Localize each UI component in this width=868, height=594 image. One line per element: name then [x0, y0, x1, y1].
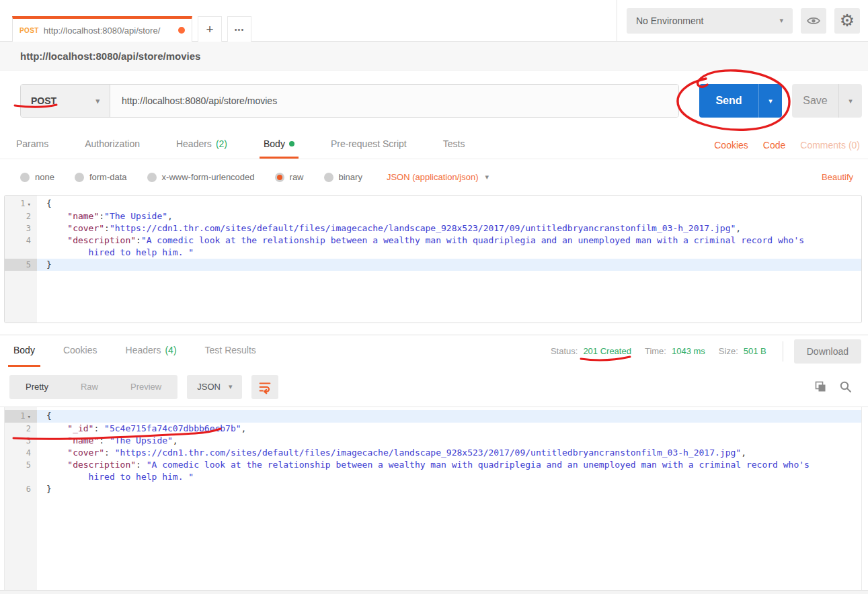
code-line: "name":"The Upside", [37, 210, 861, 222]
wrap-lines-button[interactable] [251, 375, 278, 399]
radio-icon [324, 173, 333, 182]
tab-options-button[interactable]: ••• [227, 16, 251, 42]
content-type-value: JSON (application/json) [387, 172, 479, 182]
code-line-row: 4 "cover": "https://cdn1.thr.com/sites/d… [5, 447, 861, 459]
request-tab-strip: POST http://localhost:8080/api/store/ + … [0, 0, 617, 41]
divider [783, 341, 783, 362]
radio-icon [75, 173, 84, 182]
tab-authorization[interactable]: Authorization [81, 131, 144, 159]
radio-selected-icon [275, 173, 284, 182]
response-toolbar-right [814, 380, 852, 393]
response-toolbar: Pretty Raw Preview JSON ▾ [0, 367, 868, 407]
status-value: 201 Created [583, 346, 631, 356]
radio-binary-label: binary [339, 172, 362, 182]
request-tab[interactable]: POST http://localhost:8080/api/store/ [12, 16, 192, 42]
content-type-select[interactable]: JSON (application/json) ▾ [387, 172, 489, 182]
search-button[interactable] [839, 380, 852, 393]
code-line: { [37, 198, 861, 210]
tab-headers[interactable]: Headers (2) [172, 131, 231, 159]
top-bar: POST http://localhost:8080/api/store/ + … [0, 0, 868, 42]
status-label: Status: [551, 346, 578, 356]
response-meta: Status: 201 Created Time: 1043 ms Size: … [551, 335, 861, 367]
response-tab-body[interactable]: Body [8, 335, 40, 367]
line-number: 2 [5, 423, 37, 435]
tab-headers-label: Headers [176, 138, 212, 149]
line-number: 4 [5, 235, 37, 259]
tab-params-label: Params [16, 138, 48, 149]
fold-caret-icon[interactable]: ▾ [28, 201, 31, 208]
tab-pre-request-script[interactable]: Pre-request Script [327, 131, 411, 159]
view-pretty-button[interactable]: Pretty [9, 382, 65, 392]
beautify-link[interactable]: Beautify [822, 172, 853, 182]
tab-tests[interactable]: Tests [439, 131, 469, 159]
request-tabs-row: Params Authorization Headers (2) Body Pr… [0, 131, 868, 159]
save-options-button[interactable]: ▾ [838, 84, 862, 118]
download-button[interactable]: Download [794, 339, 861, 364]
plus-icon: + [206, 22, 213, 37]
view-preview-button[interactable]: Preview [114, 382, 177, 392]
response-tab-headers[interactable]: Headers (4) [120, 335, 182, 367]
url-value: http://localhost:8080/api/store/movies [122, 95, 277, 106]
comments-link[interactable]: Comments (0) [800, 140, 860, 151]
tab-authorization-label: Authorization [85, 138, 140, 149]
radio-urlencoded[interactable]: x-www-form-urlencoded [147, 172, 255, 182]
headers-count-badge: (2) [216, 138, 227, 149]
tab-pre-request-label: Pre-request Script [331, 138, 407, 149]
response-tab-headers-label: Headers [126, 345, 161, 355]
code-line: "cover":"https://cdn1.thr.com/sites/defa… [37, 222, 861, 235]
request-tabs-links: Cookies Code Comments (0) [714, 131, 860, 159]
radio-form-data-label: form-data [89, 172, 127, 182]
line-number: 5 [5, 459, 37, 483]
save-button[interactable]: Save [792, 84, 838, 118]
cookies-link[interactable]: Cookies [714, 140, 748, 151]
environment-selected: No Environment [636, 15, 703, 26]
response-tab-cookies[interactable]: Cookies [58, 335, 103, 367]
ellipsis-icon: ••• [235, 26, 245, 34]
time-label: Time: [645, 346, 666, 356]
code-line-row: 3 "cover":"https://cdn1.thr.com/sites/de… [5, 222, 861, 235]
chevron-down-icon: ▾ [229, 383, 233, 390]
body-filled-dot-icon [289, 141, 294, 146]
line-number: 3 [5, 222, 37, 235]
save-split-button: Save ▾ [792, 84, 862, 118]
wrap-text-icon [258, 380, 272, 394]
fold-caret-icon[interactable]: ▾ [28, 413, 31, 420]
view-raw-button[interactable]: Raw [65, 382, 114, 392]
tab-params[interactable]: Params [12, 131, 52, 159]
response-view-switch: Pretty Raw Preview [9, 375, 177, 399]
response-format-select[interactable]: JSON ▾ [187, 375, 242, 399]
send-options-button[interactable]: ▾ [758, 84, 782, 118]
horizontal-scrollbar[interactable] [0, 590, 868, 594]
response-body-viewer[interactable]: 1▾{2 "_id": "5c4e715fa74c07dbbb6ecb7b",3… [4, 407, 862, 590]
url-input[interactable]: http://localhost:8080/api/store/movies [110, 85, 678, 117]
send-button[interactable]: Send [699, 84, 758, 118]
code-line-row: 3 "name": "The Upside", [5, 435, 861, 447]
code-line: "name": "The Upside", [37, 435, 861, 447]
method-select[interactable]: POST ▾ [21, 85, 110, 117]
tab-body[interactable]: Body [260, 131, 299, 159]
environment-select[interactable]: No Environment ▾ [627, 8, 793, 34]
radio-raw[interactable]: raw [275, 172, 304, 182]
new-tab-button[interactable]: + [198, 16, 222, 42]
settings-button[interactable]: ⚙ [834, 8, 860, 34]
radio-icon [20, 173, 30, 182]
request-body-editor[interactable]: 1▾{2 "name":"The Upside",3 "cover":"http… [4, 195, 862, 323]
chevron-down-icon: ▾ [779, 17, 783, 24]
radio-none[interactable]: none [20, 172, 54, 182]
copy-button[interactable] [814, 380, 827, 393]
code-line-row: 6} [5, 483, 861, 495]
size-label: Size: [719, 346, 738, 356]
code-line: "description": "A comedic look at the re… [37, 459, 861, 483]
chevron-down-icon: ▾ [95, 97, 100, 105]
response-tab-test-results-label: Test Results [205, 345, 256, 355]
code-link[interactable]: Code [763, 140, 785, 151]
code-line-row: 1▾{ [5, 198, 861, 210]
code-line: "_id": "5c4e715fa74c07dbbb6ecb7b", [37, 423, 861, 435]
environment-quicklook-button[interactable] [801, 8, 826, 34]
eye-icon [806, 15, 821, 26]
response-tab-test-results[interactable]: Test Results [200, 335, 262, 367]
code-line-row: 5 "description": "A comedic look at the … [5, 459, 861, 483]
request-builder: POST ▾ http://localhost:8080/api/store/m… [0, 71, 868, 131]
radio-binary[interactable]: binary [324, 172, 362, 182]
radio-form-data[interactable]: form-data [75, 172, 127, 182]
